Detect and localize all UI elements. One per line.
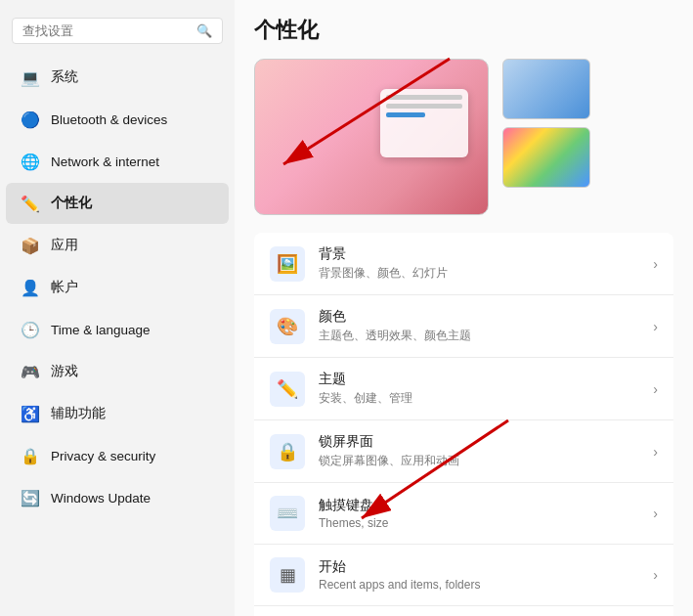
item-title-touchkeyboard: 触摸键盘: [319, 497, 653, 514]
search-input[interactable]: [22, 23, 196, 38]
item-text-theme: 主题 安装、创建、管理: [319, 371, 653, 407]
settings-item-background[interactable]: 🖼️ 背景 背景图像、颜色、幻灯片 ›: [254, 233, 673, 295]
chevron-icon-color: ›: [653, 319, 658, 334]
theme-preview-row: [254, 59, 673, 215]
sidebar-item-accounts[interactable]: 👤 帐户: [6, 267, 229, 308]
item-icon-background: 🖼️: [270, 246, 305, 282]
item-subtitle-background: 背景图像、颜色、幻灯片: [319, 265, 653, 282]
item-text-background: 背景 背景图像、颜色、幻灯片: [319, 245, 653, 282]
nav-label-accessibility: 辅助功能: [51, 405, 106, 422]
settings-item-touchkeyboard[interactable]: ⌨️ 触摸键盘 Themes, size ›: [254, 483, 673, 545]
mock-line-1: [386, 95, 462, 100]
nav-label-privacy: Privacy & security: [51, 449, 155, 463]
item-icon-touchkeyboard: ⌨️: [270, 496, 305, 531]
nav-icon-privacy: 🔒: [20, 445, 41, 466]
nav-label-apps: 应用: [51, 237, 78, 254]
item-title-background: 背景: [319, 245, 653, 263]
item-text-lockscreen: 锁屏界面 锁定屏幕图像、应用和动画: [319, 433, 653, 469]
settings-item-taskbar[interactable]: ▬ 任务栏 任务栏行为、系统固定 ›: [254, 606, 673, 616]
nav-icon-apps: 📦: [20, 235, 41, 256]
item-icon-color: 🎨: [270, 309, 305, 344]
chevron-icon-background: ›: [653, 256, 658, 272]
nav-icon-windows-update: 🔄: [20, 487, 41, 508]
item-text-touchkeyboard: 触摸键盘 Themes, size: [319, 497, 653, 530]
settings-item-theme[interactable]: ✏️ 主题 安装、创建、管理 ›: [254, 358, 673, 420]
sidebar-item-personalization[interactable]: ✏️ 个性化: [6, 183, 229, 224]
nav-icon-time: 🕒: [20, 319, 41, 340]
nav-label-accounts: 帐户: [51, 279, 78, 296]
nav-icon-system: 💻: [20, 66, 41, 88]
mock-line-3: [386, 112, 425, 117]
main-content: 个性化 🖼️ 背景 背景图像、颜色、幻灯片 › 🎨: [235, 0, 693, 616]
sidebar-item-bluetooth[interactable]: 🔵 Bluetooth & devices: [6, 99, 229, 140]
item-subtitle-lockscreen: 锁定屏幕图像、应用和动画: [319, 453, 653, 469]
item-subtitle-color: 主题色、透明效果、颜色主题: [319, 328, 653, 344]
sidebar-item-network[interactable]: 🌐 Network & internet: [6, 141, 229, 182]
chevron-icon-lockscreen: ›: [653, 444, 658, 460]
nav-icon-accounts: 👤: [20, 277, 41, 298]
theme-preview-main[interactable]: [254, 59, 489, 215]
nav-label-bluetooth: Bluetooth & devices: [51, 112, 167, 127]
sidebar-item-apps[interactable]: 📦 应用: [6, 225, 229, 266]
item-title-color: 颜色: [319, 308, 653, 326]
nav-icon-gaming: 🎮: [20, 361, 41, 382]
theme-thumbnails: [502, 59, 590, 215]
item-subtitle-start: Recent apps and items, folders: [319, 578, 653, 592]
nav-label-personalization: 个性化: [51, 195, 92, 212]
item-icon-start: ▦: [270, 557, 305, 593]
sidebar-nav: 💻 系统 🔵 Bluetooth & devices 🌐 Network & i…: [0, 56, 235, 519]
item-icon-lockscreen: 🔒: [270, 434, 305, 469]
nav-label-system: 系统: [51, 68, 78, 86]
settings-list: 🖼️ 背景 背景图像、颜色、幻灯片 › 🎨 颜色 主题色、透明效果、颜色主题 ›…: [254, 233, 673, 616]
nav-label-gaming: 游戏: [51, 363, 78, 380]
item-subtitle-touchkeyboard: Themes, size: [319, 516, 653, 530]
theme-thumb-blue[interactable]: [502, 59, 590, 119]
nav-label-time: Time & language: [51, 323, 151, 337]
sidebar-item-windows-update[interactable]: 🔄 Windows Update: [6, 477, 229, 518]
chevron-icon-theme: ›: [653, 381, 658, 397]
search-icon: 🔍: [196, 23, 212, 38]
theme-thumb-colorful[interactable]: [502, 127, 590, 188]
search-box[interactable]: 🔍: [12, 18, 223, 44]
chevron-icon-start: ›: [653, 567, 658, 583]
nav-icon-network: 🌐: [20, 151, 41, 172]
nav-icon-personalization: ✏️: [20, 193, 41, 214]
sidebar-item-accessibility[interactable]: ♿ 辅助功能: [6, 393, 229, 434]
nav-label-windows-update: Windows Update: [51, 491, 151, 506]
item-text-start: 开始 Recent apps and items, folders: [319, 558, 653, 592]
sidebar: 🔍 💻 系统 🔵 Bluetooth & devices 🌐 Network &…: [0, 0, 235, 616]
sidebar-item-time[interactable]: 🕒 Time & language: [6, 309, 229, 350]
item-title-theme: 主题: [319, 371, 653, 388]
item-title-start: 开始: [319, 558, 653, 576]
item-title-lockscreen: 锁屏界面: [319, 433, 653, 451]
page-title: 个性化: [254, 16, 673, 45]
nav-icon-accessibility: ♿: [20, 403, 41, 424]
sidebar-item-gaming[interactable]: 🎮 游戏: [6, 351, 229, 392]
mock-line-2: [386, 104, 462, 109]
mock-window: [380, 89, 468, 157]
settings-item-lockscreen[interactable]: 🔒 锁屏界面 锁定屏幕图像、应用和动画 ›: [254, 420, 673, 483]
settings-item-color[interactable]: 🎨 颜色 主题色、透明效果、颜色主题 ›: [254, 295, 673, 358]
item-subtitle-theme: 安装、创建、管理: [319, 390, 653, 407]
item-text-color: 颜色 主题色、透明效果、颜色主题: [319, 308, 653, 344]
settings-item-start[interactable]: ▦ 开始 Recent apps and items, folders ›: [254, 545, 673, 606]
sidebar-item-privacy[interactable]: 🔒 Privacy & security: [6, 435, 229, 476]
nav-icon-bluetooth: 🔵: [20, 109, 41, 130]
item-icon-theme: ✏️: [270, 372, 305, 407]
chevron-icon-touchkeyboard: ›: [653, 506, 658, 521]
sidebar-item-system[interactable]: 💻 系统: [6, 57, 229, 98]
nav-label-network: Network & internet: [51, 154, 159, 169]
